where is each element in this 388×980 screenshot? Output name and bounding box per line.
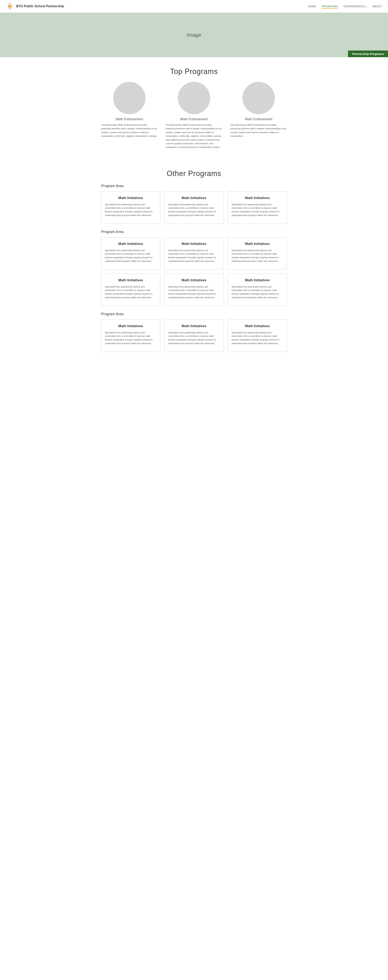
hero-image-placeholder: Image — [187, 32, 201, 38]
program-card-title-1-1-1: Math Initiatives — [168, 278, 219, 282]
program-card-1-1-1[interactable]: Math InitiativesSpecialists from partner… — [164, 274, 224, 306]
top-program-title-0: Math Endorsement — [101, 118, 157, 121]
program-cards-grid-0-0: Math InitiativesSpecialists from partner… — [101, 191, 287, 224]
program-card-desc-0-0-1: Specialists from partnership districts a… — [168, 203, 219, 217]
program-card-title-1-0-2: Math Initiatives — [232, 242, 283, 246]
program-card-title-2-0-2: Math Initiatives — [232, 324, 283, 328]
navbar: BYU Public School Partnership HOME PROGR… — [0, 0, 388, 13]
top-program-image-0 — [113, 82, 145, 114]
program-card-0-0-0[interactable]: Math InitiativesSpecialists from partner… — [101, 191, 160, 224]
top-program-image-2 — [243, 82, 275, 114]
nav-item-programs[interactable]: PROGRAMS — [322, 5, 338, 8]
nav-item-home[interactable]: HOME — [308, 5, 316, 8]
program-area-2: Program AreaMath InitiativesSpecialists … — [101, 312, 287, 352]
top-program-title-2: Math Endorsement — [231, 118, 287, 121]
program-card-desc-2-0-0: Specialists from partnership districts a… — [105, 331, 156, 345]
program-card-0-0-2[interactable]: Math InitiativesSpecialists from partner… — [228, 191, 287, 224]
program-card-2-0-0[interactable]: Math InitiativesSpecialists from partner… — [101, 320, 160, 352]
program-card-desc-1-0-1: Specialists from partnership districts a… — [168, 249, 219, 263]
program-card-1-0-1[interactable]: Math InitiativesSpecialists from partner… — [164, 237, 224, 270]
program-card-title-1-0-0: Math Initiatives — [105, 242, 156, 246]
top-program-image-1 — [178, 82, 210, 114]
top-program-desc-0: The Elementary Math Endorsement provides… — [101, 123, 157, 138]
program-card-title-0-0-2: Math Initiatives — [232, 196, 283, 200]
program-area-label-0: Program Area — [101, 184, 287, 188]
top-programs-grid: Math Endorsement The Elementary Math End… — [101, 82, 287, 149]
program-card-desc-2-0-1: Specialists from partnership districts a… — [168, 331, 219, 345]
top-programs-title: Top Programs — [0, 67, 388, 76]
top-program-card-0: Math Endorsement The Elementary Math End… — [101, 82, 157, 149]
program-card-desc-0-0-2: Specialists from partnership districts a… — [232, 203, 283, 217]
nav-link-conferences[interactable]: CONFERENCES ▾ — [343, 5, 367, 8]
nav-brand: BYU Public School Partnership — [16, 5, 64, 8]
top-program-title-1: Math Endorsement — [166, 118, 222, 121]
program-cards-grid-2-0: Math InitiativesSpecialists from partner… — [101, 320, 287, 352]
svg-point-1 — [9, 5, 11, 7]
nav-item-conferences[interactable]: CONFERENCES ▾ — [343, 5, 367, 8]
program-area-label-1: Program Area — [101, 230, 287, 234]
hero-banner: Image Partnership Programs — [0, 13, 388, 57]
program-card-title-1-1-2: Math Initiatives — [232, 278, 283, 282]
program-card-desc-1-0-0: Specialists from partnership districts a… — [105, 249, 156, 263]
nav-link-home[interactable]: HOME — [308, 5, 316, 8]
top-program-desc-2: The Elementary Math Endorsement provides… — [231, 123, 287, 138]
program-card-desc-1-0-2: Specialists from partnership districts a… — [232, 249, 283, 263]
program-card-desc-1-1-0: Specialists from partnership districts a… — [105, 285, 156, 299]
other-programs-container: Program AreaMath InitiativesSpecialists … — [97, 184, 291, 370]
program-card-1-1-2[interactable]: Math InitiativesSpecialists from partner… — [228, 274, 287, 306]
program-cards-grid-1-1: Math InitiativesSpecialists from partner… — [101, 274, 287, 306]
nav-item-about[interactable]: ABOUT — [372, 5, 382, 8]
program-card-title-0-0-0: Math Initiatives — [105, 196, 156, 200]
program-area-1: Program AreaMath InitiativesSpecialists … — [101, 230, 287, 306]
program-card-desc-1-1-1: Specialists from partnership districts a… — [168, 285, 219, 299]
top-program-desc-1: The Elementary Math Endorsement provides… — [166, 123, 222, 149]
other-programs-title: Other Programs — [0, 169, 388, 178]
program-card-2-0-2[interactable]: Math InitiativesSpecialists from partner… — [228, 320, 287, 352]
program-card-1-0-0[interactable]: Math InitiativesSpecialists from partner… — [101, 237, 160, 270]
program-area-label-2: Program Area — [101, 312, 287, 316]
other-programs-section: Other Programs Program AreaMath Initiati… — [0, 169, 388, 370]
nav-links: HOME PROGRAMS CONFERENCES ▾ ABOUT — [308, 5, 382, 8]
byu-logo-icon — [6, 2, 14, 10]
top-program-card-2: Math Endorsement The Elementary Math End… — [231, 82, 287, 149]
top-programs-section: Top Programs Math Endorsement The Elemen… — [0, 67, 388, 159]
program-cards-grid-1-0: Math InitiativesSpecialists from partner… — [101, 237, 287, 270]
nav-link-programs[interactable]: PROGRAMS — [322, 5, 338, 9]
chevron-down-icon: ▾ — [366, 5, 367, 8]
program-area-0: Program AreaMath InitiativesSpecialists … — [101, 184, 287, 224]
hero-badge: Partnership Programs — [348, 51, 388, 57]
top-programs-container: Math Endorsement The Elementary Math End… — [97, 82, 291, 159]
program-card-title-0-0-1: Math Initiatives — [168, 196, 219, 200]
program-card-desc-2-0-2: Specialists from partnership districts a… — [232, 331, 283, 345]
program-card-title-2-0-1: Math Initiatives — [168, 324, 219, 328]
nav-link-about[interactable]: ABOUT — [372, 5, 382, 8]
program-card-1-0-2[interactable]: Math InitiativesSpecialists from partner… — [228, 237, 287, 270]
program-card-desc-0-0-0: Specialists from partnership districts a… — [105, 203, 156, 217]
program-card-title-1-0-1: Math Initiatives — [168, 242, 219, 246]
program-card-1-1-0[interactable]: Math InitiativesSpecialists from partner… — [101, 274, 160, 306]
program-card-2-0-1[interactable]: Math InitiativesSpecialists from partner… — [164, 320, 224, 352]
program-card-desc-1-1-2: Specialists from partnership districts a… — [232, 285, 283, 299]
program-card-0-0-1[interactable]: Math InitiativesSpecialists from partner… — [164, 191, 224, 224]
program-card-title-1-1-0: Math Initiatives — [105, 278, 156, 282]
program-card-title-2-0-0: Math Initiatives — [105, 324, 156, 328]
top-program-card-1: Math Endorsement The Elementary Math End… — [166, 82, 222, 149]
